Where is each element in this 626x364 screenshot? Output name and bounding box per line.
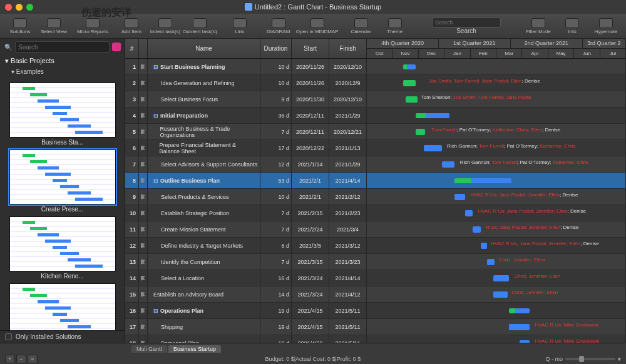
- task-finish[interactable]: 2021/3/4: [329, 221, 367, 237]
- task-name[interactable]: Select Products & Services: [148, 189, 260, 205]
- toolbar-hypernote[interactable]: Hypernote: [590, 15, 622, 38]
- task-finish[interactable]: 2021/1/13: [329, 140, 367, 156]
- task-row[interactable]: 15Establish an Advisory Board14 d2021/3/…: [125, 286, 626, 303]
- task-flag[interactable]: [139, 270, 148, 286]
- task-start[interactable]: 2021/3/24: [292, 286, 329, 302]
- task-start[interactable]: 2021/3/24: [292, 270, 329, 286]
- task-flag[interactable]: [139, 205, 148, 221]
- gantt-bar[interactable]: [442, 161, 455, 168]
- sidebar-search-input[interactable]: [15, 41, 110, 53]
- task-row[interactable]: 14Select a Location16 d2021/3/242021/4/1…: [125, 270, 626, 286]
- task-finish[interactable]: 2020/12/10: [329, 91, 367, 107]
- task-row[interactable]: 17Shipping19 d2021/4/152021/5/11HVAC R U…: [125, 319, 626, 335]
- col-number[interactable]: #: [125, 39, 139, 58]
- task-duration[interactable]: 16 d: [260, 270, 292, 286]
- gantt-bar[interactable]: [520, 340, 530, 343]
- sheet-tab[interactable]: Business Startup: [168, 345, 221, 353]
- task-finish[interactable]: 2020/12/9: [329, 75, 367, 91]
- collapse-icon[interactable]: ⊟: [153, 308, 158, 314]
- task-flag[interactable]: [139, 140, 148, 156]
- task-finish[interactable]: 2021/1/29: [329, 108, 367, 123]
- task-duration[interactable]: 6 d: [260, 238, 292, 253]
- col-finish[interactable]: Finish: [329, 39, 367, 58]
- task-finish[interactable]: 2021/5/11: [329, 335, 367, 343]
- gantt-bar[interactable]: [454, 194, 465, 200]
- task-name[interactable]: ⊟Outline Business Plan: [148, 173, 260, 188]
- sheet-tab[interactable]: Muli Gantt: [131, 345, 167, 353]
- task-start[interactable]: 2021/4/15: [292, 303, 329, 318]
- task-row[interactable]: 1⊟Start Business Planning10 d2020/11/262…: [125, 59, 626, 75]
- toolbar-solutions[interactable]: Solutions: [4, 15, 36, 38]
- task-row[interactable]: 11Create Mission Statement7 d2021/2/2420…: [125, 221, 626, 238]
- task-timeline[interactable]: [367, 59, 626, 74]
- zoom-slider[interactable]: [565, 358, 615, 360]
- gantt-bar[interactable]: [493, 291, 508, 298]
- task-timeline[interactable]: Rich Gannon; Tom Farrell; Pat O'Tormey; …: [367, 140, 626, 156]
- task-name[interactable]: Select a Location: [148, 270, 260, 286]
- task-flag[interactable]: [139, 303, 148, 318]
- gantt-bar[interactable]: [509, 308, 530, 313]
- task-name[interactable]: Identify the Competition: [148, 254, 260, 270]
- task-finish[interactable]: 2021/2/23: [329, 205, 367, 221]
- task-finish[interactable]: 2020/12/10: [329, 59, 367, 74]
- task-timeline[interactable]: Tom Farrell; Pat O'Tormey; Katherine; Ch…: [367, 124, 626, 139]
- task-duration[interactable]: 10 d: [260, 189, 292, 205]
- month-head[interactable]: Jan: [444, 49, 470, 59]
- task-flag[interactable]: [139, 156, 148, 172]
- task-name[interactable]: Personnel Plan: [148, 335, 260, 343]
- month-head[interactable]: Oct: [367, 49, 393, 59]
- task-timeline[interactable]: Joe Smith; Tom Farrell; Jane Postal; Ell…: [367, 75, 626, 91]
- task-name[interactable]: Select Advisors & Support Consultants: [148, 156, 260, 172]
- thumb-1[interactable]: [9, 149, 116, 205]
- task-start[interactable]: 2021/2/24: [292, 221, 329, 237]
- quarter-head[interactable]: 2nd Quarter 2021: [511, 39, 583, 49]
- month-head[interactable]: Mar: [496, 49, 522, 59]
- toolbar-diagram[interactable]: DIAGRAM: [262, 15, 295, 38]
- task-timeline[interactable]: [367, 173, 626, 188]
- task-timeline[interactable]: HVAC R Us; Mike Grabowsk: [367, 319, 626, 335]
- tree-examples[interactable]: ▾ Examples: [0, 67, 125, 76]
- task-name[interactable]: Establish an Advisory Board: [148, 286, 260, 302]
- task-start[interactable]: 2020/11/30: [292, 91, 329, 107]
- task-start[interactable]: 2021/2/15: [292, 205, 329, 221]
- col-flag[interactable]: [139, 39, 148, 58]
- task-name[interactable]: Shipping: [148, 319, 260, 335]
- task-name[interactable]: ⊟Initial Preparation: [148, 108, 260, 123]
- task-timeline[interactable]: R Us; Jane Postal; Jennifer; Ellen; Deni…: [367, 221, 626, 237]
- toolbar-microreports[interactable]: Micro Reports: [76, 15, 109, 38]
- month-head[interactable]: Feb: [471, 49, 496, 59]
- collapse-icon[interactable]: ⊟: [153, 64, 158, 70]
- task-name[interactable]: Create Mission Statement: [148, 221, 260, 237]
- task-duration[interactable]: 7 d: [260, 124, 292, 139]
- row-menu-button[interactable]: ≡: [28, 355, 38, 363]
- task-finish[interactable]: 2021/2/12: [329, 189, 367, 205]
- tree-root[interactable]: ▾ Basic Projects: [0, 55, 125, 67]
- collapse-icon[interactable]: ⊟: [153, 113, 158, 119]
- task-start[interactable]: 2021/1/14: [292, 156, 329, 172]
- task-finish[interactable]: 2021/4/14: [329, 173, 367, 188]
- task-flag[interactable]: [139, 286, 148, 302]
- collapse-icon[interactable]: ⊟: [153, 178, 158, 184]
- task-flag[interactable]: [139, 221, 148, 237]
- task-name[interactable]: Research Business & Trade Organizations: [148, 124, 260, 139]
- task-row[interactable]: 9Select Products & Services10 d2021/2/12…: [125, 189, 626, 205]
- task-row[interactable]: 16⊟Operations Plan19 d2021/4/152021/5/11: [125, 303, 626, 319]
- add-row-button[interactable]: +: [5, 355, 15, 363]
- month-head[interactable]: Apr: [522, 49, 548, 59]
- gantt-bar[interactable]: [416, 129, 424, 135]
- task-timeline[interactable]: HVAC R Us; Mike Grabowski: [367, 335, 626, 343]
- toolbar-theme[interactable]: Theme: [379, 15, 411, 38]
- toolbar-filtermode[interactable]: Filter Mode: [522, 15, 555, 38]
- task-timeline[interactable]: HVAC R Us; Jane Postal; Jennifer; Ellen;…: [367, 238, 626, 253]
- task-duration[interactable]: 10 d: [260, 335, 292, 343]
- zoom-dropdown-icon[interactable]: ▾: [618, 356, 621, 362]
- task-timeline[interactable]: HVAC R Us; Jane Postal; Jennifer; Ellen;…: [367, 205, 626, 221]
- toolbar-indent[interactable]: Indent task(s): [149, 15, 182, 38]
- task-duration[interactable]: 12 d: [260, 156, 292, 172]
- task-row[interactable]: 3Select Business Focus9 d2020/11/302020/…: [125, 91, 626, 108]
- task-flag[interactable]: [139, 75, 148, 91]
- month-head[interactable]: Nov: [393, 49, 418, 59]
- task-start[interactable]: 2020/12/11: [292, 124, 329, 139]
- task-start[interactable]: 2021/3/15: [292, 254, 329, 270]
- task-row[interactable]: 6Prepare Financial Statement & Balance S…: [125, 140, 626, 156]
